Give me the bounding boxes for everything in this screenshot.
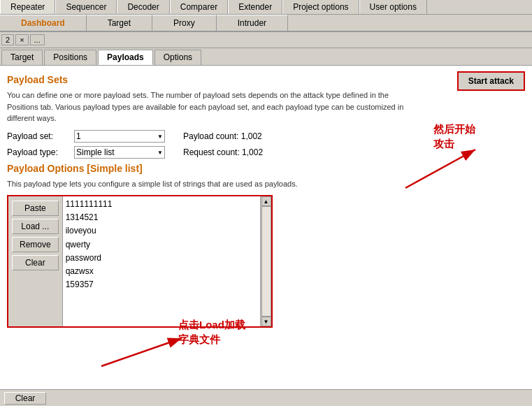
request-count: Request count: 1,002: [183, 147, 263, 157]
scrollbar[interactable]: ▲ ▼: [260, 196, 271, 326]
payload-sets-title: Payload Sets: [7, 74, 525, 85]
main-content: Start attack Payload Sets You can define…: [0, 66, 532, 399]
scroll-track[interactable]: [261, 206, 271, 317]
main-tab-intruder[interactable]: Intruder: [217, 15, 288, 31]
main-nav: Dashboard Target Proxy Intruder: [0, 15, 532, 32]
list-item: 159357: [66, 278, 257, 291]
list-item: 1314521: [66, 211, 257, 224]
inner-tab-payloads[interactable]: Payloads: [98, 50, 153, 65]
payload-type-label: Payload type:: [7, 147, 70, 157]
menu-item-project-options[interactable]: Project options: [282, 0, 359, 14]
payload-set-select[interactable]: 1 2: [74, 130, 165, 143]
payload-options-section: Payload Options [Simple list] This paylo…: [7, 163, 525, 328]
tab-ellipsis[interactable]: ...: [30, 34, 45, 45]
load-button[interactable]: Load ...: [12, 219, 59, 234]
inner-tab-positions[interactable]: Positions: [44, 50, 96, 65]
payload-sets-section: Payload Sets You can define one or more …: [7, 74, 525, 159]
payload-options-title: Payload Options [Simple list]: [7, 163, 525, 174]
payload-type-row: Payload type: Simple list Runtime file C…: [7, 146, 525, 159]
tab-close[interactable]: ×: [15, 34, 28, 45]
list-item: iloveyou: [66, 224, 257, 238]
menu-item-user-options[interactable]: User options: [359, 0, 427, 14]
main-tab-dashboard[interactable]: Dashboard: [0, 15, 87, 31]
start-attack-button[interactable]: Start attack: [457, 71, 525, 91]
menu-item-comparer[interactable]: Comparer: [170, 0, 228, 14]
menu-item-sequencer[interactable]: Sequencer: [55, 0, 117, 14]
payload-count: Payload count: 1,002: [183, 131, 262, 141]
list-item: qazwsx: [66, 265, 257, 278]
bottom-clear-button[interactable]: Clear: [4, 392, 46, 405]
list-item: 1111111111: [66, 198, 257, 211]
scroll-up-arrow[interactable]: ▲: [261, 196, 271, 206]
payload-type-select-wrapper: Simple list Runtime file Custom iterator: [74, 146, 165, 159]
payload-type-select[interactable]: Simple list Runtime file Custom iterator: [74, 146, 165, 159]
clear-button[interactable]: Clear: [12, 255, 59, 270]
svg-line-1: [101, 338, 182, 366]
scroll-down-arrow[interactable]: ▼: [261, 317, 271, 326]
main-tab-proxy[interactable]: Proxy: [152, 15, 217, 31]
payload-set-select-wrapper: 1 2: [74, 130, 165, 143]
payload-options-description: This payload type lets you configure a s…: [7, 178, 412, 190]
main-tab-target[interactable]: Target: [87, 15, 152, 31]
inner-tab-target[interactable]: Target: [1, 50, 43, 65]
menu-item-extender[interactable]: Extender: [228, 0, 282, 14]
simple-list-box: Paste Load ... Remove Clear 1111111111 1…: [7, 195, 273, 328]
remove-button[interactable]: Remove: [12, 237, 59, 252]
tab-number[interactable]: 2: [1, 34, 14, 45]
paste-button[interactable]: Paste: [12, 201, 59, 216]
top-menu-bar: Repeater Sequencer Decoder Comparer Exte…: [0, 0, 532, 15]
list-item: qwerty: [66, 238, 257, 252]
menu-item-repeater[interactable]: Repeater: [0, 0, 55, 14]
list-item: password: [66, 252, 257, 265]
inner-tabs: Target Positions Payloads Options: [0, 48, 532, 66]
list-buttons-panel: Paste Load ... Remove Clear: [8, 196, 63, 326]
payload-set-row: Payload set: 1 2 Payload count: 1,002: [7, 130, 525, 143]
payload-set-label: Payload set:: [7, 131, 70, 141]
payload-list[interactable]: 1111111111 1314521 iloveyou qwerty passw…: [63, 196, 260, 326]
inner-tab-options[interactable]: Options: [154, 50, 201, 65]
bottom-bar: Clear: [0, 389, 532, 406]
payload-sets-description: You can define one or more payload sets.…: [7, 89, 412, 124]
sub-nav: 2 × ...: [0, 32, 532, 48]
menu-item-decoder[interactable]: Decoder: [117, 0, 169, 14]
